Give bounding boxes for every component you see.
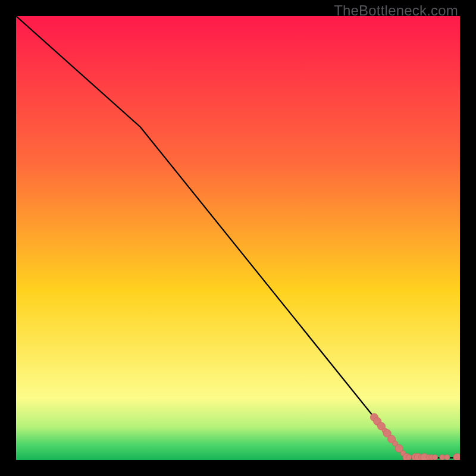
plot-area: [16, 16, 460, 460]
data-layer: [16, 16, 460, 460]
data-point: [406, 455, 412, 460]
data-point: [433, 455, 438, 460]
data-point: [453, 453, 460, 460]
data-point: [444, 455, 450, 460]
points-group: [370, 414, 460, 460]
data-point: [440, 455, 445, 460]
chart-stage: TheBottleneck.com: [0, 0, 476, 476]
curve-line: [16, 16, 460, 458]
